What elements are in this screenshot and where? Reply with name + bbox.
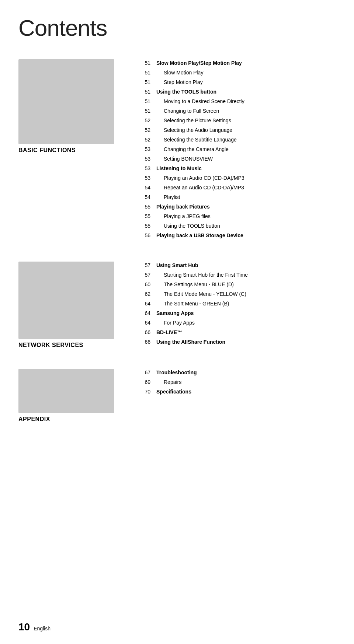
toc-row: 53Listening to Music xyxy=(133,165,336,172)
basic-functions-section: BASIC FUNCTIONS 51Slow Motion Play/Step … xyxy=(18,59,336,241)
toc-row: 64Samsung Apps xyxy=(133,309,336,317)
toc-entry-text: The Sort Menu - GREEN (B) xyxy=(156,300,229,308)
toc-page-number: 66 xyxy=(133,338,150,346)
toc-page-number: 56 xyxy=(133,232,150,239)
toc-row: 67Troubleshooting xyxy=(133,369,336,377)
toc-entry-text: BD-LIVE™ xyxy=(156,329,182,336)
toc-page-number: 55 xyxy=(133,203,150,211)
toc-row: 52Selecting the Subtitle Language xyxy=(133,136,336,144)
toc-page-number: 53 xyxy=(133,146,150,153)
toc-entry-text: Troubleshooting xyxy=(156,369,197,377)
toc-row: 51Slow Motion Play xyxy=(133,69,336,77)
basic-functions-label-col: BASIC FUNCTIONS xyxy=(18,59,133,241)
toc-row: 56Playing back a USB Storage Device xyxy=(133,232,336,239)
toc-row: 55Playing a JPEG files xyxy=(133,213,336,220)
toc-row: 51Moving to a Desired Scene Directly xyxy=(133,98,336,105)
toc-page-number: 53 xyxy=(133,155,150,163)
toc-entry-text: Selecting the Subtitle Language xyxy=(156,136,237,144)
toc-entry-text: Playing back a USB Storage Device xyxy=(156,232,243,239)
toc-entry-text: Playing an Audio CD (CD-DA)/MP3 xyxy=(156,174,244,182)
toc-row: 54Playlist xyxy=(133,193,336,201)
toc-page-number: 60 xyxy=(133,281,150,288)
toc-page-number: 57 xyxy=(133,262,150,269)
toc-entry-text: Changing the Camera Angle xyxy=(156,146,229,153)
toc-entry-text: Moving to a Desired Scene Directly xyxy=(156,98,244,105)
toc-page-number: 66 xyxy=(133,329,150,336)
toc-page-number: 54 xyxy=(133,184,150,192)
toc-page-number: 69 xyxy=(133,378,150,386)
toc-page-number: 53 xyxy=(133,165,150,172)
toc-row: 66Using the AllShare Function xyxy=(133,338,336,346)
toc-page-number: 51 xyxy=(133,69,150,77)
toc-entry-text: Step Motion Play xyxy=(156,78,203,86)
toc-page-number: 55 xyxy=(133,222,150,230)
network-services-content: 57Using Smart Hub57Starting Smart Hub fo… xyxy=(133,262,336,349)
toc-row: 53Playing an Audio CD (CD-DA)/MP3 xyxy=(133,174,336,182)
page-title: Contents xyxy=(18,15,336,41)
toc-page-number: 57 xyxy=(133,271,150,279)
toc-page-number: 64 xyxy=(133,309,150,317)
toc-entry-text: Starting Smart Hub for the First Time xyxy=(156,271,248,279)
toc-entry-text: Samsung Apps xyxy=(156,309,194,317)
toc-page-number: 51 xyxy=(133,88,150,96)
footer-page-number: 10 xyxy=(18,621,30,633)
toc-row: 51Step Motion Play xyxy=(133,78,336,86)
toc-entry-text: Selecting the Picture Settings xyxy=(156,117,231,125)
toc-page-number: 51 xyxy=(133,78,150,86)
toc-entry-text: Repeat an Audio CD (CD-DA)/MP3 xyxy=(156,184,244,192)
toc-page-number: 54 xyxy=(133,193,150,201)
toc-entry-text: Selecting the Audio Language xyxy=(156,126,232,134)
toc-page-number: 62 xyxy=(133,290,150,298)
toc-entry-text: Repairs xyxy=(156,378,181,386)
toc-entry-text: The Settings Menu - BLUE (D) xyxy=(156,281,234,288)
toc-row: 51Changing to Full Screen xyxy=(133,107,336,115)
toc-page-number: 52 xyxy=(133,136,150,144)
toc-page-number: 67 xyxy=(133,369,150,377)
toc-row: 69Repairs xyxy=(133,378,336,386)
toc-page-number: 55 xyxy=(133,213,150,220)
toc-entry-text: Specifications xyxy=(156,388,191,396)
footer-language: English xyxy=(34,626,51,631)
toc-entry-text: Using Smart Hub xyxy=(156,262,198,269)
toc-page-number: 51 xyxy=(133,59,150,67)
toc-row: 55Playing back Pictures xyxy=(133,203,336,211)
toc-entry-text: Slow Motion Play xyxy=(156,69,203,77)
toc-entry-text: Slow Motion Play/Step Motion Play xyxy=(156,59,242,67)
toc-row: 57Starting Smart Hub for the First Time xyxy=(133,271,336,279)
toc-row: 52Selecting the Audio Language xyxy=(133,126,336,134)
appendix-label-col: APPENDIX xyxy=(18,369,133,423)
toc-page-number: 64 xyxy=(133,319,150,327)
appendix-image xyxy=(18,369,114,413)
toc-page-number: 51 xyxy=(133,107,150,115)
toc-entry-text: Using the TOOLS button xyxy=(156,222,220,230)
toc-entry-text: The Edit Mode Menu - YELLOW (C) xyxy=(156,290,246,298)
toc-entry-text: Playing a JPEG files xyxy=(156,213,211,220)
basic-functions-label: BASIC FUNCTIONS xyxy=(18,147,133,154)
toc-row: 51Slow Motion Play/Step Motion Play xyxy=(133,59,336,67)
toc-row: 60The Settings Menu - BLUE (D) xyxy=(133,281,336,288)
toc-row: 66BD-LIVE™ xyxy=(133,329,336,336)
toc-row: 64The Sort Menu - GREEN (B) xyxy=(133,300,336,308)
toc-entry-text: Using the AllShare Function xyxy=(156,338,225,346)
toc-row: 53Setting BONUSVIEW xyxy=(133,155,336,163)
toc-page-number: 64 xyxy=(133,300,150,308)
network-services-section: NETWORK SERVICES 57Using Smart Hub57Star… xyxy=(18,262,336,349)
toc-page-number: 52 xyxy=(133,126,150,134)
basic-functions-image xyxy=(18,59,114,144)
toc-row: 55Using the TOOLS button xyxy=(133,222,336,230)
toc-entry-text: Playing back Pictures xyxy=(156,203,210,211)
toc-row: 53Changing the Camera Angle xyxy=(133,146,336,153)
network-services-label: NETWORK SERVICES xyxy=(18,342,133,349)
toc-row: 52Selecting the Picture Settings xyxy=(133,117,336,125)
appendix-label: APPENDIX xyxy=(18,416,133,423)
network-services-image xyxy=(18,262,114,339)
toc-row: 62The Edit Mode Menu - YELLOW (C) xyxy=(133,290,336,298)
toc-row: 57Using Smart Hub xyxy=(133,262,336,269)
toc-row: 51Using the TOOLS button xyxy=(133,88,336,96)
toc-row: 54Repeat an Audio CD (CD-DA)/MP3 xyxy=(133,184,336,192)
toc-entry-text: Changing to Full Screen xyxy=(156,107,219,115)
toc-page-number: 51 xyxy=(133,98,150,105)
toc-entry-text: Playlist xyxy=(156,193,180,201)
toc-entry-text: Listening to Music xyxy=(156,165,202,172)
toc-entry-text: Using the TOOLS button xyxy=(156,88,216,96)
